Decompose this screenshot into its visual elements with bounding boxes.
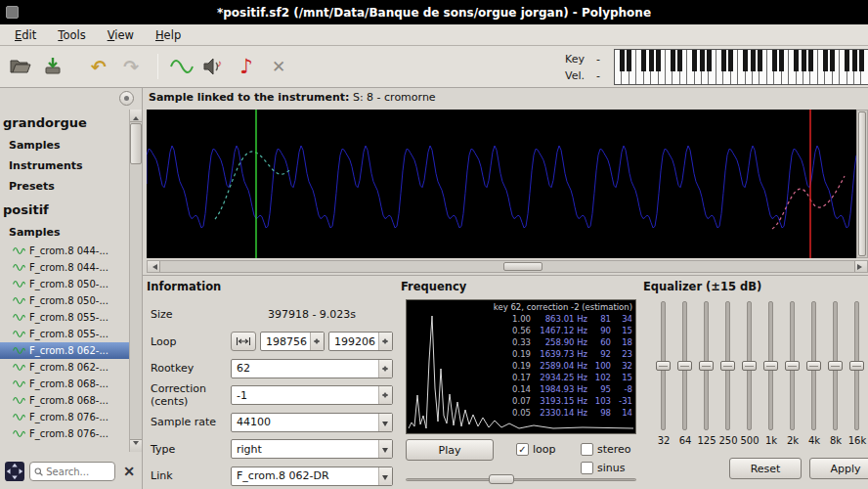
- piano-black-key[interactable]: [758, 50, 762, 71]
- menu-view[interactable]: View: [97, 25, 145, 45]
- menu-help[interactable]: Help: [145, 25, 192, 45]
- eq-slider[interactable]: [762, 299, 780, 432]
- sample-item[interactable]: F_crom.8 044-...: [0, 259, 129, 276]
- tree-item-presets[interactable]: Presets: [0, 176, 129, 197]
- piano-black-key[interactable]: [743, 50, 748, 71]
- eq-slider-handle[interactable]: [699, 361, 714, 371]
- hscroll-thumb[interactable]: [503, 262, 542, 271]
- combo-arrow[interactable]: [378, 440, 392, 458]
- speaker-button[interactable]: ♪: [199, 52, 229, 81]
- piano-black-key[interactable]: [779, 50, 784, 71]
- piano-black-key[interactable]: [751, 50, 756, 71]
- eq-slider-handle[interactable]: [656, 361, 671, 371]
- piano-black-key[interactable]: [808, 50, 813, 71]
- eq-slider-handle[interactable]: [763, 361, 778, 371]
- scroll-down-arrow[interactable]: [130, 439, 142, 452]
- eq-slider[interactable]: [827, 299, 845, 432]
- waveform-vscrollbar[interactable]: [856, 110, 868, 258]
- piano-black-key[interactable]: [830, 50, 835, 71]
- sample-item[interactable]: F_crom.8 068-...: [0, 392, 129, 409]
- expand-button[interactable]: [5, 462, 24, 481]
- piano-black-key[interactable]: [852, 50, 857, 71]
- piano-black-key[interactable]: [772, 50, 777, 71]
- piano-black-key[interactable]: [728, 50, 733, 71]
- tree-item-samples[interactable]: Samples: [0, 222, 129, 243]
- spin-arrows[interactable]: [310, 333, 324, 350]
- eq-slider-handle[interactable]: [806, 361, 821, 371]
- sample-item[interactable]: F_crom.8 055-...: [0, 309, 129, 326]
- piano-black-key[interactable]: [721, 50, 726, 71]
- correction-spinbox[interactable]: -1: [231, 385, 393, 405]
- eq-slider[interactable]: [784, 299, 802, 432]
- waveform-hscrollbar[interactable]: [147, 260, 868, 273]
- sample-item[interactable]: F_crom.8 076-...: [0, 409, 129, 425]
- stereo-checkbox[interactable]: stereo: [581, 443, 631, 456]
- combo-arrow[interactable]: [378, 414, 392, 431]
- eq-slider[interactable]: [655, 299, 673, 432]
- tree-item-samples[interactable]: Samples: [0, 135, 129, 156]
- scroll-left-arrow[interactable]: [148, 261, 160, 272]
- piano-black-key[interactable]: [641, 50, 646, 71]
- piano-black-key[interactable]: [707, 50, 712, 71]
- eq-slider-handle[interactable]: [828, 361, 843, 371]
- loop-checkbox[interactable]: ✓ loop: [516, 443, 556, 456]
- loop-play-button[interactable]: [231, 332, 256, 351]
- close-sample-button[interactable]: ✕: [264, 52, 293, 81]
- open-button[interactable]: [6, 52, 35, 81]
- undo-button[interactable]: ↶: [84, 52, 113, 81]
- tree-scroll-thumb[interactable]: [130, 123, 142, 164]
- piano-black-key[interactable]: [656, 50, 661, 71]
- sample-item[interactable]: F_crom.8 050-...: [0, 276, 129, 292]
- waveform-display[interactable]: [147, 110, 856, 258]
- piano-black-key[interactable]: [845, 50, 849, 71]
- search-input[interactable]: [46, 467, 110, 477]
- link-combobox[interactable]: F_crom.8 062-DR: [231, 467, 393, 486]
- piano-black-key[interactable]: [802, 50, 806, 71]
- sample-item[interactable]: F_crom.8 062-...: [0, 359, 129, 376]
- eq-slider[interactable]: [848, 299, 866, 432]
- reset-button[interactable]: Reset: [729, 458, 802, 479]
- tree-scrollbar[interactable]: [129, 110, 142, 452]
- spin-arrows[interactable]: [378, 333, 392, 350]
- music-note-button[interactable]: ♪: [232, 52, 261, 81]
- sample-item[interactable]: F_crom.8 068-...: [0, 376, 129, 392]
- rootkey-spinbox[interactable]: 62: [231, 359, 393, 378]
- scroll-up-arrow[interactable]: [130, 110, 142, 122]
- sample-item[interactable]: F_crom.8 076-...: [0, 425, 129, 442]
- piano-black-key[interactable]: [794, 50, 799, 71]
- menu-edit[interactable]: Edit: [4, 25, 47, 45]
- vscroll-thumb[interactable]: [858, 111, 866, 256]
- sample-item[interactable]: F_crom.8 050-...: [0, 292, 129, 309]
- spin-arrows[interactable]: [378, 386, 392, 404]
- eq-slider-handle[interactable]: [720, 361, 735, 371]
- spin-arrows[interactable]: [378, 360, 392, 378]
- tree-item-instruments[interactable]: Instruments: [0, 156, 129, 176]
- eq-slider[interactable]: [719, 299, 737, 432]
- piano-black-key[interactable]: [671, 50, 675, 71]
- save-button[interactable]: [38, 52, 67, 81]
- play-button[interactable]: Play: [406, 439, 494, 461]
- piano-black-key[interactable]: [859, 50, 864, 71]
- sidebar-toggle-button[interactable]: [119, 91, 134, 106]
- clear-search-button[interactable]: ✕: [120, 463, 138, 480]
- eq-slider-handle[interactable]: [785, 361, 800, 371]
- eq-slider[interactable]: [698, 299, 716, 432]
- piano-keyboard[interactable]: [614, 49, 868, 85]
- combo-arrow[interactable]: [378, 467, 392, 485]
- eq-slider-handle[interactable]: [849, 361, 864, 371]
- sample-rate-combobox[interactable]: 44100: [231, 413, 393, 432]
- eq-slider[interactable]: [805, 299, 823, 432]
- slider-handle[interactable]: [489, 474, 514, 484]
- sine-wave-button[interactable]: [167, 52, 196, 81]
- eq-slider[interactable]: [741, 299, 759, 432]
- eq-slider[interactable]: [676, 299, 694, 432]
- sample-item[interactable]: F_crom.8 062-...: [0, 342, 129, 359]
- playback-slider[interactable]: [406, 472, 636, 486]
- tree-item-grandorgue[interactable]: grandorgue: [0, 110, 129, 135]
- eq-slider-handle[interactable]: [677, 361, 692, 371]
- eq-slider-handle[interactable]: [742, 361, 757, 371]
- piano-black-key[interactable]: [692, 50, 697, 71]
- loop-start-spinbox[interactable]: 198756: [260, 332, 325, 351]
- tree-item-positif[interactable]: positif: [0, 197, 129, 222]
- search-box[interactable]: [29, 462, 115, 481]
